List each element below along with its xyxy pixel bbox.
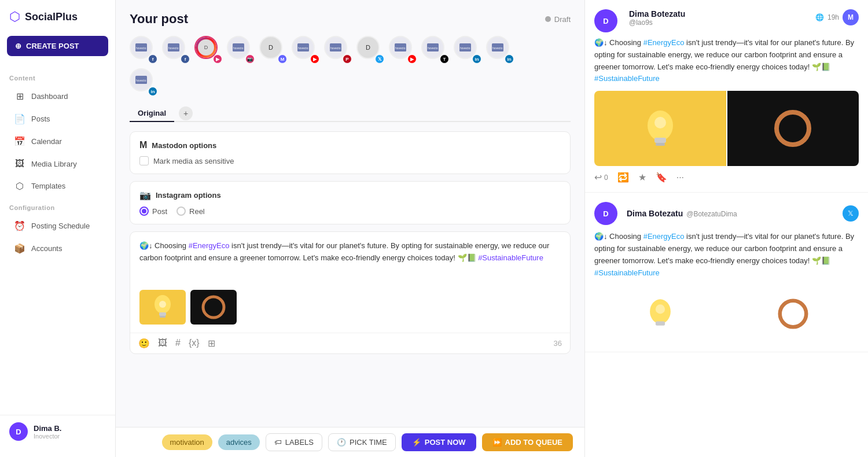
post-now-button[interactable]: ⚡ POST NOW [402,433,476,451]
preview-username-2: Dima Botezatu [627,209,683,218]
radio-post[interactable]: Post [139,207,167,216]
sidebar-item-accounts[interactable]: 📦 Accounts [5,238,111,259]
svg-text:hovecto: hovecto [428,46,438,50]
preview-images-1 [594,91,859,166]
add-tab-button[interactable]: + [179,106,193,120]
mastodon-options-card: M Mastodon options Mark media as sensiti… [130,131,571,174]
image-thumb-ring[interactable] [190,290,237,325]
avatar: D [9,422,28,441]
preview-panel: D Dima Botezatu @lao9s 🌐 19h M 🌍↓ Choosi… [584,0,868,457]
account-ig2[interactable]: hovecto 📷 [227,36,255,64]
logo-icon: ⬡ [9,9,20,24]
sidebar-item-label: Accounts [31,244,62,253]
linkedin-badge3: in [148,87,157,96]
account-tiktok[interactable]: hovecto T [421,36,449,64]
preview-handle-1: @lao9s [629,19,685,27]
tiktok-badge: T [440,54,449,64]
svg-point-24 [203,297,224,318]
account-li1[interactable]: hovecto in [454,36,481,64]
svg-rect-21 [159,312,166,316]
tab-original[interactable]: Original [130,105,174,122]
svg-text:hovecto: hovecto [395,46,406,50]
hashtag-icon[interactable]: # [175,338,181,349]
tag-advices[interactable]: advices [218,434,260,450]
labels-button[interactable]: 🏷 LABELS [266,433,322,451]
mastodon-badge: M [278,54,287,64]
svg-text:hovecto: hovecto [233,46,244,50]
tag-motivation[interactable]: motivation [162,434,212,450]
youtube-badge: ▶ [310,54,319,64]
queue-icon: ⏩ [492,438,502,447]
sidebar-item-label: Templates [31,182,65,190]
radio-reel[interactable]: Reel [176,207,205,216]
instagram-badge: ▶ [213,54,222,64]
configuration-section-label: Configuration [0,197,115,215]
sidebar-item-media-library[interactable]: 🖼 Media Library [5,153,111,174]
account-ig1[interactable]: D ▶ [194,36,222,64]
preview-hashtag-ee1: #EnergyEco [643,38,685,47]
bottom-bar: motivation advices 🏷 LABELS 🕐 PICK TIME … [116,427,584,457]
preview-post-twitter: D Dima Botezatu @BotezatuDima 𝕏 🌍↓ Choos… [585,193,868,352]
account-pinterest[interactable]: hovecto P [324,36,352,64]
sidebar-item-posting-schedule[interactable]: ⏰ Posting Schedule [5,215,111,237]
emoji-icon[interactable]: 🙂 [138,338,150,349]
post-title: Your post [130,12,188,27]
pinterest-badge: P [343,54,352,64]
accounts-icon: 📦 [14,243,25,254]
logo-text: SocialPlus [25,11,78,23]
mark-sensitive-row[interactable]: Mark media as sensitive [139,156,561,165]
pick-time-button[interactable]: 🕐 PICK TIME [328,433,396,451]
instagram-icon: 📷 [139,190,151,201]
instagram-badge2: 📷 [245,54,255,64]
repost-action[interactable]: 🔁 [617,172,629,183]
sidebar: ⬡ SocialPlus ⊕ CREATE POST Content ⊞ Das… [0,0,116,457]
svg-text:hovecto: hovecto [492,46,503,50]
editor-toolbar-icons: 🙂 🖼 # {x} ⊞ [138,338,215,349]
mark-sensitive-label: Mark media as sensitive [153,157,234,165]
layout-icon[interactable]: ⊞ [208,338,215,349]
twitter-platform-badge: 𝕏 [843,205,859,222]
account-twitter[interactable]: D 𝕏 [356,36,384,64]
sidebar-item-templates[interactable]: ⬡ Templates [5,175,111,197]
bookmark-action[interactable]: 🔖 [656,172,667,183]
logo: ⬡ SocialPlus [0,9,115,36]
preview-img-bulb-1 [594,91,726,166]
post-editor[interactable]: 🌍↓ Choosing #EnergyEco isn't just trendy… [130,232,570,290]
svg-text:hovecto: hovecto [168,46,179,50]
post-tabs: Original + [130,105,571,122]
image-icon[interactable]: 🖼 [158,338,167,349]
account-li2[interactable]: hovecto in [486,36,514,64]
reply-action[interactable]: ↩ 0 [594,172,608,183]
account-fb2[interactable]: hovecto f [162,36,190,64]
add-to-queue-button[interactable]: ⏩ ADD TO QUEUE [482,433,573,451]
sidebar-item-label: Dashboard [31,92,68,101]
posting-schedule-icon: ⏰ [14,220,25,231]
account-yt2[interactable]: hovecto ▶ [389,36,417,64]
star-action[interactable]: ★ [638,172,646,183]
preview-post-text-1: 🌍↓ Choosing #EnergyEco isn't just trendy… [594,37,859,85]
facebook-badge: f [148,54,157,64]
account-youtube[interactable]: hovecto ▶ [292,36,319,64]
create-post-button[interactable]: ⊕ CREATE POST [7,36,108,56]
post-editor-card: 🌍↓ Choosing #EnergyEco isn't just trendy… [130,231,571,354]
twitter-badge: 𝕏 [375,54,384,64]
more-action[interactable]: ··· [676,172,684,183]
sidebar-item-dashboard[interactable]: ⊞ Dashboard [5,86,111,107]
sidebar-item-label: Posts [31,115,50,123]
svg-point-28 [654,117,666,128]
media-library-icon: 🖼 [14,159,25,169]
mark-sensitive-checkbox[interactable] [139,156,149,165]
preview-post-text-2: 🌍↓ Choosing #EnergyEco isn't just trendy… [594,231,859,279]
radio-post-circle[interactable] [139,207,149,216]
sidebar-item-calendar[interactable]: 📅 Calendar [5,131,111,152]
svg-text:hovecto: hovecto [136,46,146,50]
radio-reel-circle[interactable] [176,207,186,216]
image-thumb-bulb[interactable] [139,290,186,325]
preview-img-ring-2 [727,285,859,342]
sidebar-item-posts[interactable]: 📄 Posts [5,108,111,130]
account-fb1[interactable]: hovecto f [130,36,157,64]
account-li3[interactable]: hovecto in [130,68,571,96]
main-inner: Your post Draft hovecto f hovecto f [116,0,584,427]
account-mastodon[interactable]: D M [259,36,287,64]
variable-icon[interactable]: {x} [189,338,200,349]
